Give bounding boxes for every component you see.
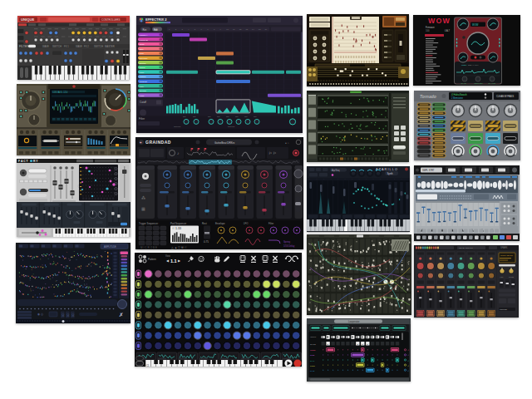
svg-text:Options: Options	[228, 126, 235, 128]
svg-text:8: 8	[66, 313, 70, 318]
svg-text:SIZE: SIZE	[310, 354, 315, 357]
svg-text:♫: ♫	[407, 370, 409, 372]
svg-text:WAVE: WAVE	[42, 45, 49, 48]
svg-text:Reverb: Reverb	[140, 90, 147, 92]
svg-text:Pattern: Pattern	[148, 258, 156, 261]
svg-text:Stop: Stop	[140, 48, 145, 51]
svg-text:⚐ 1.33: ⚐ 1.33	[172, 227, 181, 230]
svg-text:Edit: Edit	[154, 28, 158, 32]
svg-text:● ○: ● ○	[285, 141, 289, 145]
svg-text:WOW: WOW	[428, 17, 451, 25]
svg-text:·: ·	[380, 178, 381, 181]
svg-text:2: 2	[347, 332, 347, 334]
svg-text:WAVE: WAVE	[76, 45, 82, 48]
svg-text:·: ·	[366, 178, 367, 181]
svg-text:Cut: Cut	[193, 116, 196, 117]
svg-text:♫: ♫	[407, 354, 409, 357]
svg-text:·: ·	[352, 178, 352, 181]
svg-text:♫: ♫	[407, 360, 409, 362]
svg-text:CONTROLLERS: CONTROLLERS	[101, 18, 121, 22]
svg-text:GRAINDAD: GRAINDAD	[145, 140, 171, 145]
svg-text:▦: ▦	[141, 206, 145, 211]
svg-text:View: View	[165, 254, 170, 258]
svg-text:⁂: ⁂	[141, 195, 145, 200]
svg-text:Cut: Cut	[235, 116, 239, 117]
svg-text:100: 100	[426, 29, 430, 32]
svg-text:4: 4	[337, 332, 337, 334]
svg-text:4 HahaSwash: 4 HahaSwash	[451, 93, 467, 96]
svg-text:·: ·	[359, 178, 360, 181]
svg-text:Cut: Cut	[183, 116, 186, 117]
svg-text:LOAD: INIT KIT: LOAD: INIT KIT	[459, 247, 473, 249]
svg-text:INPUT: INPUT	[310, 336, 317, 338]
svg-text:Looper A: Looper A	[140, 34, 148, 37]
svg-text:1/16 Delay: 1/16 Delay	[283, 244, 295, 248]
svg-text:UNIQUE: UNIQUE	[21, 17, 34, 22]
svg-text:SWITCH: SWITCH	[52, 45, 62, 48]
svg-text:MASTER: MASTER	[105, 45, 115, 48]
svg-text:Cut: Cut	[217, 116, 220, 117]
svg-text:ULTIMATE 808: ULTIMATE 808	[500, 254, 514, 256]
svg-text:Options: Options	[174, 126, 181, 128]
svg-text:MOTION: MOTION	[500, 308, 507, 310]
svg-text:FX 1: FX 1	[64, 45, 69, 48]
svg-text:FX 2: FX 2	[84, 45, 89, 48]
svg-text:Cut: Cut	[254, 116, 257, 117]
svg-text:0 A-7: 0 A-7	[445, 29, 451, 32]
svg-text:·: ·	[387, 178, 388, 181]
svg-text:CLEAN BYPASS: CLEAN BYPASS	[496, 95, 514, 98]
svg-text:SMPL STRT: SMPL STRT	[422, 169, 435, 172]
svg-text:MICROBE: MICROBE	[140, 246, 158, 249]
svg-text:2: 2	[327, 332, 328, 334]
svg-text:1.1: 1.1	[170, 259, 177, 264]
svg-text:1: 1	[323, 332, 323, 334]
svg-text:Pod Sequencer: Pod Sequencer	[170, 222, 186, 225]
svg-text:3: 3	[352, 332, 352, 334]
svg-text:8: 8	[62, 313, 65, 318]
svg-text:8: 8	[71, 313, 75, 318]
svg-text:SPARK: SPARK	[500, 246, 508, 249]
svg-text:EFFECTRIX 2: EFFECTRIX 2	[145, 17, 167, 22]
svg-text:WOW: WOW	[461, 64, 467, 66]
svg-text:✗: ✗	[119, 312, 123, 318]
svg-text:SPACE: SPACE	[461, 82, 467, 84]
svg-text:Cutoff: Cutoff	[140, 101, 146, 104]
svg-text:2: 2	[367, 332, 367, 334]
svg-text:Arp/Seq: Arp/Seq	[332, 169, 340, 172]
svg-text:SWITCH: SWITCH	[94, 45, 103, 48]
svg-text:·: ·	[401, 178, 402, 181]
svg-text:Tornado: Tornado	[420, 94, 436, 99]
svg-text:1: 1	[342, 332, 342, 334]
svg-text:Cut: Cut	[244, 116, 248, 117]
svg-text:SONIC BST: SONIC BST	[475, 82, 484, 84]
svg-text:DELAY MIX: DELAY MIX	[468, 64, 479, 66]
svg-text:GutterBeat DRKrx: GutterBeat DRKrx	[214, 141, 235, 145]
svg-text:VOL: VOL	[500, 276, 504, 278]
svg-text:·: ·	[337, 178, 338, 181]
svg-text:Filter: Filter	[139, 117, 145, 121]
svg-text:♫: ♫	[407, 349, 409, 352]
svg-text:♫: ♫	[407, 365, 409, 367]
svg-text:Tonal: Tonal	[140, 43, 145, 46]
svg-text:Synth: Synth	[387, 172, 394, 175]
svg-text:3: 3	[372, 332, 372, 334]
svg-text:F A C T: F A C T	[18, 160, 29, 163]
svg-text:Firmware: Firmware	[426, 26, 435, 29]
svg-text:3: 3	[392, 332, 392, 334]
svg-text:·: ·	[309, 178, 310, 181]
svg-text:3: 3	[332, 332, 332, 334]
svg-text:WOW: WOW	[472, 23, 479, 27]
svg-text:Looper B: Looper B	[140, 39, 148, 42]
svg-text:Spring: Spring	[283, 240, 291, 244]
svg-text:0.75: 0.75	[204, 240, 209, 244]
svg-text:·: ·	[345, 178, 346, 181]
svg-text:4: 4	[397, 332, 397, 334]
svg-text:1: 1	[382, 332, 382, 334]
svg-text:Trigger Sequencer: Trigger Sequencer	[139, 222, 158, 225]
svg-text:Filter: Filter	[268, 222, 273, 225]
svg-text:518.3 A#4 -12.0: 518.3 A#4 -12.0	[52, 91, 68, 94]
svg-text:TUNE: TUNE	[509, 276, 514, 278]
svg-text:Looperator: Looperator	[348, 320, 360, 323]
svg-text:Cut: Cut	[208, 116, 211, 117]
svg-text:2 Brimstone: 2 Brimstone	[451, 96, 463, 100]
